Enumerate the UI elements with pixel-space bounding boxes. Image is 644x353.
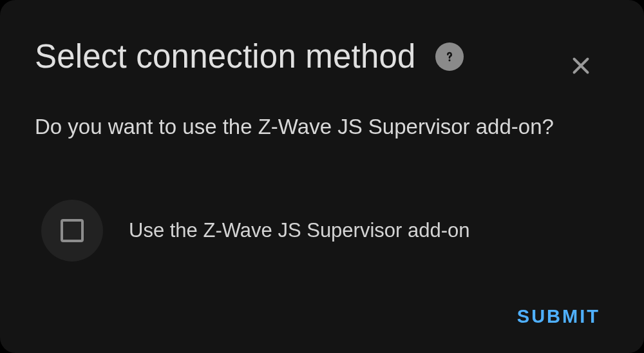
use-supervisor-addon-checkbox[interactable] xyxy=(41,200,103,262)
use-supervisor-addon-label[interactable]: Use the Z-Wave JS Supervisor add-on xyxy=(129,219,470,242)
help-icon[interactable] xyxy=(435,43,464,71)
svg-point-0 xyxy=(448,59,450,61)
close-icon[interactable] xyxy=(568,53,594,79)
dialog-description: Do you want to use the Z-Wave JS Supervi… xyxy=(35,113,609,142)
dialog-actions: SUBMIT xyxy=(512,298,605,335)
connection-method-dialog: Select connection method Do you want to … xyxy=(0,0,644,353)
checkbox-unchecked-icon xyxy=(61,219,84,242)
dialog-title: Select connection method xyxy=(35,37,416,75)
checkbox-row: Use the Z-Wave JS Supervisor add-on xyxy=(35,200,609,262)
submit-button[interactable]: SUBMIT xyxy=(512,298,605,335)
dialog-header: Select connection method xyxy=(35,37,609,75)
